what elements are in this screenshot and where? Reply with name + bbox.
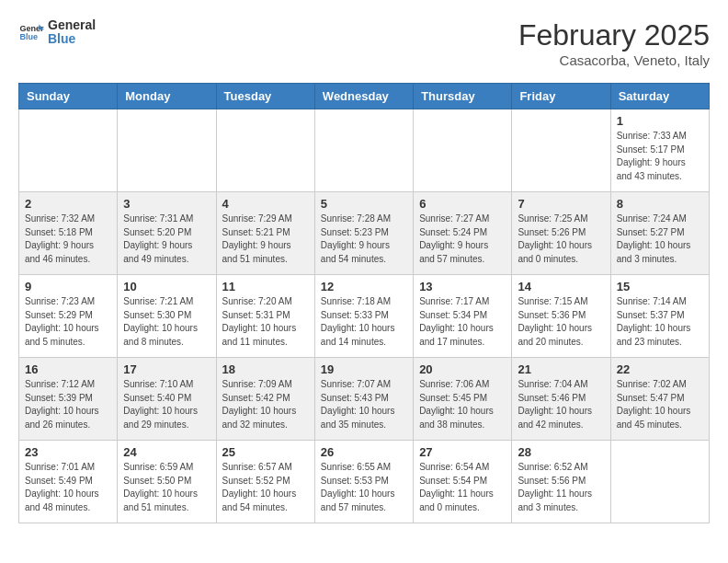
- week-row-3: 9Sunrise: 7:23 AM Sunset: 5:29 PM Daylig…: [19, 275, 710, 358]
- week-row-2: 2Sunrise: 7:32 AM Sunset: 5:18 PM Daylig…: [19, 192, 710, 275]
- logo-blue: Blue: [48, 32, 96, 46]
- calendar-cell: 16Sunrise: 7:12 AM Sunset: 5:39 PM Dayli…: [19, 358, 118, 441]
- calendar-cell: 15Sunrise: 7:14 AM Sunset: 5:37 PM Dayli…: [610, 275, 709, 358]
- calendar-cell: 18Sunrise: 7:09 AM Sunset: 5:42 PM Dayli…: [216, 358, 314, 441]
- day-info: Sunrise: 7:04 AM Sunset: 5:46 PM Dayligh…: [518, 378, 604, 431]
- svg-text:Blue: Blue: [19, 33, 38, 42]
- week-row-4: 16Sunrise: 7:12 AM Sunset: 5:39 PM Dayli…: [19, 358, 710, 441]
- day-number: 12: [321, 280, 407, 293]
- day-number: 25: [222, 445, 309, 459]
- calendar-cell: 8Sunrise: 7:24 AM Sunset: 5:27 PM Daylig…: [610, 192, 709, 275]
- day-info: Sunrise: 6:55 AM Sunset: 5:53 PM Dayligh…: [321, 461, 407, 514]
- calendar-cell: 7Sunrise: 7:25 AM Sunset: 5:26 PM Daylig…: [512, 192, 610, 275]
- calendar-cell: [512, 109, 610, 192]
- calendar-cell: 26Sunrise: 6:55 AM Sunset: 5:53 PM Dayli…: [314, 441, 413, 523]
- day-number: 6: [419, 197, 506, 211]
- day-info: Sunrise: 7:17 AM Sunset: 5:34 PM Dayligh…: [419, 295, 506, 349]
- day-info: Sunrise: 7:29 AM Sunset: 5:21 PM Dayligh…: [222, 213, 309, 266]
- title-block: February 2025 Casacorba, Veneto, Italy: [518, 18, 710, 68]
- location: Casacorba, Veneto, Italy: [518, 52, 710, 68]
- day-info: Sunrise: 7:25 AM Sunset: 5:26 PM Dayligh…: [518, 213, 604, 266]
- day-info: Sunrise: 7:27 AM Sunset: 5:24 PM Dayligh…: [419, 213, 506, 266]
- day-number: 4: [222, 197, 309, 211]
- day-number: 16: [25, 362, 111, 376]
- calendar-cell: [414, 109, 512, 192]
- day-number: 14: [518, 280, 604, 293]
- day-info: Sunrise: 7:18 AM Sunset: 5:33 PM Dayligh…: [321, 295, 407, 349]
- day-number: 27: [419, 445, 506, 459]
- day-info: Sunrise: 7:33 AM Sunset: 5:17 PM Dayligh…: [617, 130, 703, 183]
- weekday-header-wednesday: Wednesday: [314, 84, 413, 109]
- calendar-cell: 3Sunrise: 7:31 AM Sunset: 5:20 PM Daylig…: [118, 192, 216, 275]
- logo: General Blue General Blue: [18, 18, 96, 47]
- calendar-table: SundayMondayTuesdayWednesdayThursdayFrid…: [18, 83, 710, 523]
- calendar-cell: [610, 441, 709, 523]
- calendar-cell: 25Sunrise: 6:57 AM Sunset: 5:52 PM Dayli…: [216, 441, 314, 523]
- day-number: 23: [25, 445, 111, 459]
- day-number: 3: [123, 197, 210, 211]
- calendar-cell: 11Sunrise: 7:20 AM Sunset: 5:31 PM Dayli…: [216, 275, 314, 358]
- calendar-cell: 27Sunrise: 6:54 AM Sunset: 5:54 PM Dayli…: [414, 441, 512, 523]
- calendar-cell: 1Sunrise: 7:33 AM Sunset: 5:17 PM Daylig…: [610, 109, 709, 192]
- day-number: 28: [518, 445, 604, 459]
- day-number: 15: [617, 280, 703, 293]
- calendar-cell: 4Sunrise: 7:29 AM Sunset: 5:21 PM Daylig…: [216, 192, 314, 275]
- calendar-cell: [216, 109, 314, 192]
- day-number: 17: [123, 362, 210, 376]
- weekday-header-tuesday: Tuesday: [216, 84, 314, 109]
- week-row-1: 1Sunrise: 7:33 AM Sunset: 5:17 PM Daylig…: [19, 109, 710, 192]
- day-info: Sunrise: 7:32 AM Sunset: 5:18 PM Dayligh…: [25, 213, 111, 266]
- day-number: 9: [25, 280, 111, 293]
- day-info: Sunrise: 7:14 AM Sunset: 5:37 PM Dayligh…: [617, 295, 703, 349]
- day-info: Sunrise: 7:15 AM Sunset: 5:36 PM Dayligh…: [518, 295, 604, 349]
- day-number: 22: [617, 362, 703, 376]
- day-info: Sunrise: 7:23 AM Sunset: 5:29 PM Dayligh…: [25, 295, 111, 349]
- day-info: Sunrise: 7:06 AM Sunset: 5:45 PM Dayligh…: [419, 378, 506, 431]
- day-info: Sunrise: 7:31 AM Sunset: 5:20 PM Dayligh…: [123, 213, 210, 266]
- day-number: 24: [123, 445, 210, 459]
- weekday-header-row: SundayMondayTuesdayWednesdayThursdayFrid…: [19, 84, 710, 109]
- calendar-cell: 5Sunrise: 7:28 AM Sunset: 5:23 PM Daylig…: [314, 192, 413, 275]
- calendar-cell: [19, 109, 118, 192]
- day-info: Sunrise: 6:52 AM Sunset: 5:56 PM Dayligh…: [518, 461, 604, 514]
- day-info: Sunrise: 7:01 AM Sunset: 5:49 PM Dayligh…: [25, 461, 111, 514]
- day-info: Sunrise: 7:07 AM Sunset: 5:43 PM Dayligh…: [321, 378, 407, 431]
- calendar-cell: 6Sunrise: 7:27 AM Sunset: 5:24 PM Daylig…: [414, 192, 512, 275]
- day-number: 2: [25, 197, 111, 211]
- day-number: 13: [419, 280, 506, 293]
- page-header: General Blue General Blue February 2025 …: [18, 18, 710, 68]
- calendar-cell: 28Sunrise: 6:52 AM Sunset: 5:56 PM Dayli…: [512, 441, 610, 523]
- calendar-cell: 19Sunrise: 7:07 AM Sunset: 5:43 PM Dayli…: [314, 358, 413, 441]
- day-number: 5: [321, 197, 407, 211]
- day-number: 18: [222, 362, 309, 376]
- day-number: 21: [518, 362, 604, 376]
- day-info: Sunrise: 7:21 AM Sunset: 5:30 PM Dayligh…: [123, 295, 210, 349]
- weekday-header-thursday: Thursday: [414, 84, 512, 109]
- day-info: Sunrise: 6:59 AM Sunset: 5:50 PM Dayligh…: [123, 461, 210, 514]
- calendar-cell: [314, 109, 413, 192]
- week-row-5: 23Sunrise: 7:01 AM Sunset: 5:49 PM Dayli…: [19, 441, 710, 523]
- day-number: 20: [419, 362, 506, 376]
- day-number: 19: [321, 362, 407, 376]
- day-info: Sunrise: 7:02 AM Sunset: 5:47 PM Dayligh…: [617, 378, 703, 431]
- calendar-cell: 10Sunrise: 7:21 AM Sunset: 5:30 PM Dayli…: [118, 275, 216, 358]
- calendar-cell: 22Sunrise: 7:02 AM Sunset: 5:47 PM Dayli…: [610, 358, 709, 441]
- weekday-header-saturday: Saturday: [610, 84, 709, 109]
- day-number: 11: [222, 280, 309, 293]
- logo-general: General: [48, 18, 96, 32]
- calendar-cell: 12Sunrise: 7:18 AM Sunset: 5:33 PM Dayli…: [314, 275, 413, 358]
- day-number: 10: [123, 280, 210, 293]
- logo-icon: General Blue: [18, 19, 44, 45]
- weekday-header-friday: Friday: [512, 84, 610, 109]
- weekday-header-monday: Monday: [118, 84, 216, 109]
- calendar-cell: 17Sunrise: 7:10 AM Sunset: 5:40 PM Dayli…: [118, 358, 216, 441]
- calendar-cell: 14Sunrise: 7:15 AM Sunset: 5:36 PM Dayli…: [512, 275, 610, 358]
- day-info: Sunrise: 6:57 AM Sunset: 5:52 PM Dayligh…: [222, 461, 309, 514]
- calendar-cell: [118, 109, 216, 192]
- day-info: Sunrise: 7:09 AM Sunset: 5:42 PM Dayligh…: [222, 378, 309, 431]
- calendar-cell: 20Sunrise: 7:06 AM Sunset: 5:45 PM Dayli…: [414, 358, 512, 441]
- day-number: 7: [518, 197, 604, 211]
- day-number: 1: [617, 114, 703, 128]
- day-info: Sunrise: 7:12 AM Sunset: 5:39 PM Dayligh…: [25, 378, 111, 431]
- day-info: Sunrise: 7:10 AM Sunset: 5:40 PM Dayligh…: [123, 378, 210, 431]
